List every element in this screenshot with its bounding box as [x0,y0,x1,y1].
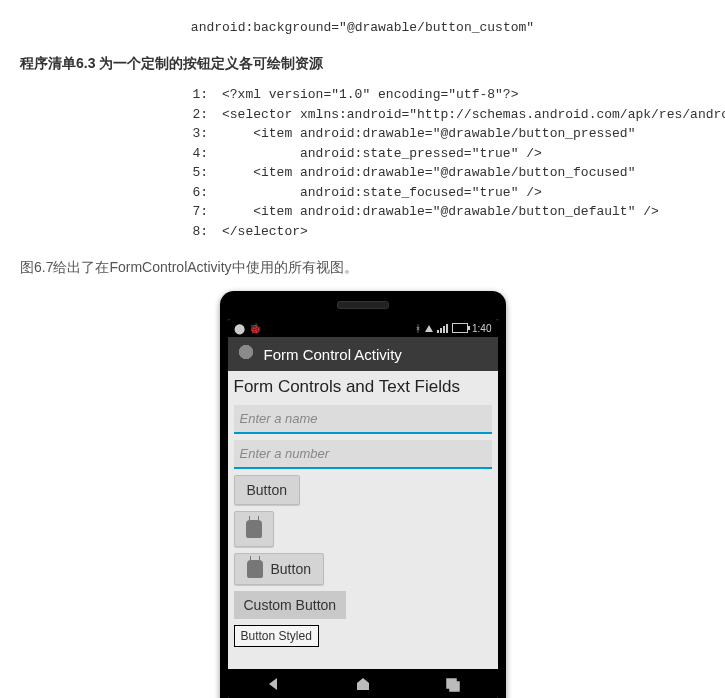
top-code-line: android:background="@drawable/button_cus… [20,20,705,35]
recent-icon[interactable] [445,676,461,692]
bug-icon: 🐞 [249,323,261,334]
status-bar: ⬤ 🐞 ᚼ 1:40 [228,319,498,337]
wifi-icon [425,325,433,332]
content-area: Form Controls and Text Fields Enter a na… [228,371,498,669]
styled-button[interactable]: Button Styled [234,625,319,647]
custom-button[interactable]: Custom Button [234,591,347,619]
status-time: 1:40 [472,323,491,334]
phone-speaker [337,301,389,309]
svg-rect-1 [450,682,459,691]
back-icon[interactable] [265,676,281,692]
home-icon[interactable] [355,676,371,692]
activity-title: Form Control Activity [264,346,402,363]
action-bar: Form Control Activity [228,337,498,371]
plain-button[interactable]: Button [234,475,300,505]
android-icon [246,520,262,538]
phone-frame: ⬤ 🐞 ᚼ 1:40 Form Control Activity Form Co… [220,291,506,698]
battery-icon [452,323,468,333]
phone-screen: ⬤ 🐞 ᚼ 1:40 Form Control Activity Form Co… [228,319,498,698]
nav-bar [228,669,498,698]
android-icon [247,560,263,578]
icon-text-button[interactable]: Button [234,553,324,585]
section-title: Form Controls and Text Fields [234,375,492,399]
number-input[interactable]: Enter a number [234,440,492,469]
icon-only-button[interactable] [234,511,274,547]
code-block: 1:<?xml version="1.0" encoding="utf-8"?>… [20,85,705,241]
phone-screenshot: ⬤ 🐞 ᚼ 1:40 Form Control Activity Form Co… [20,291,705,698]
debug-icon: ⬤ [234,323,245,334]
figure-intro-text: 图6.7给出了在FormControlActivity中使用的所有视图。 [20,259,705,277]
listing-title: 程序清单6.3 为一个定制的按钮定义各可绘制资源 [20,55,705,73]
icon-text-button-label: Button [271,561,311,577]
app-icon [236,344,256,364]
signal-icon [437,324,448,333]
name-input[interactable]: Enter a name [234,405,492,434]
bluetooth-icon: ᚼ [415,323,421,334]
